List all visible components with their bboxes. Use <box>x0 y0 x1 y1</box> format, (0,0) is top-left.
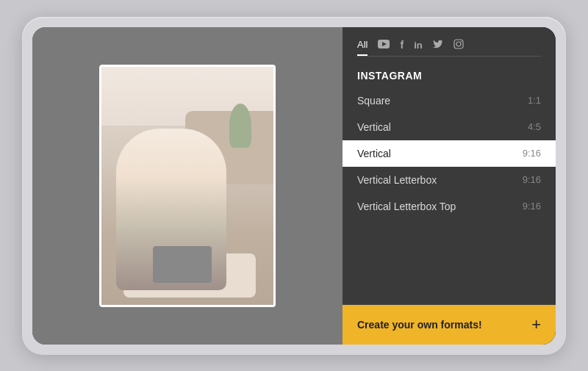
format-vertical-916-name: Vertical <box>357 148 391 159</box>
format-vertical-45[interactable]: Vertical 4:5 <box>343 114 556 140</box>
format-vertical-letterbox-ratio: 9:16 <box>523 174 541 185</box>
photo-plant <box>229 104 251 148</box>
format-vertical-916[interactable]: Vertical 9:16 <box>343 140 556 167</box>
tab-linkedin[interactable]: in <box>414 40 423 55</box>
photo-inner <box>101 67 273 305</box>
tab-youtube[interactable] <box>378 39 390 55</box>
format-square[interactable]: Square 1:1 <box>343 87 556 114</box>
section-header: INSTAGRAM <box>343 57 556 87</box>
format-vertical-letterbox-top[interactable]: Vertical Letterbox Top 9:16 <box>343 193 556 220</box>
create-format-button[interactable]: Create your own formats! + <box>343 305 556 345</box>
svg-point-4 <box>460 40 462 42</box>
dropdown-panel: All f in <box>343 27 556 345</box>
cta-plus-icon: + <box>531 315 541 334</box>
instagram-icon <box>453 39 464 51</box>
twitter-icon <box>433 40 443 51</box>
format-vertical-45-ratio: 4:5 <box>528 121 541 132</box>
youtube-icon <box>378 39 390 51</box>
tab-all[interactable]: All <box>357 39 368 56</box>
format-vertical-letterbox-name: Vertical Letterbox <box>357 174 437 186</box>
device-frame: All f in <box>22 17 566 355</box>
svg-rect-2 <box>454 40 463 48</box>
tab-instagram[interactable] <box>453 39 464 56</box>
format-square-name: Square <box>357 95 390 107</box>
format-vertical-45-name: Vertical <box>357 121 391 133</box>
content-area: All f in <box>32 27 556 345</box>
facebook-icon: f <box>400 39 404 51</box>
image-section <box>32 27 343 345</box>
linkedin-icon: in <box>414 40 423 51</box>
panel-notch <box>535 27 556 48</box>
format-vertical-letterbox[interactable]: Vertical Letterbox 9:16 <box>343 167 556 193</box>
photo-frame <box>99 65 276 307</box>
tab-facebook[interactable]: f <box>400 39 404 55</box>
cta-label: Create your own formats! <box>357 319 482 331</box>
svg-point-3 <box>456 42 461 46</box>
tab-bar: All f in <box>343 27 556 56</box>
format-vertical-letterbox-top-name: Vertical Letterbox Top <box>357 201 456 212</box>
tab-twitter[interactable] <box>433 40 443 55</box>
photo-laptop <box>153 246 212 283</box>
format-list: Square 1:1 Vertical 4:5 Vertical 9:16 Ve… <box>343 87 556 305</box>
format-vertical-letterbox-top-ratio: 9:16 <box>523 201 541 212</box>
format-vertical-916-ratio: 9:16 <box>523 148 541 159</box>
format-square-ratio: 1:1 <box>528 95 541 106</box>
